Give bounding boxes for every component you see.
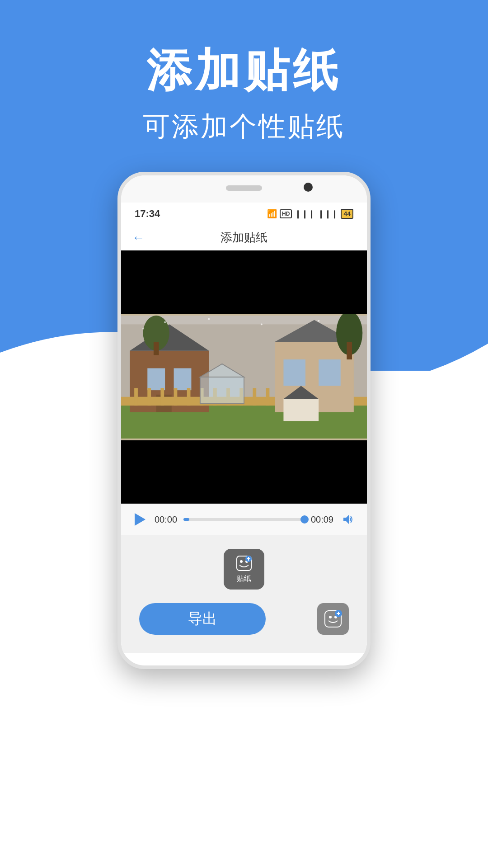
video-frame	[121, 314, 367, 440]
speaker	[226, 185, 262, 191]
svg-point-45	[329, 616, 332, 618]
sticker-button[interactable]: 贴纸	[224, 549, 264, 590]
bottom-actions: 导出	[135, 603, 353, 635]
wifi-icon: 📶	[267, 209, 277, 219]
phone-mockup: 17:34 📶 HD ❙❙❙ ❙❙❙ 44 ← 添加贴纸	[117, 172, 371, 669]
video-area	[121, 250, 367, 504]
add-sticker-small-icon	[324, 610, 342, 628]
play-button[interactable]	[132, 511, 148, 528]
svg-point-32	[164, 321, 166, 323]
volume-icon	[342, 513, 354, 526]
phone-bottom-toolbar: 贴纸 导出	[121, 535, 367, 653]
svg-point-36	[142, 328, 144, 330]
svg-rect-5	[147, 368, 165, 391]
svg-rect-26	[283, 399, 319, 421]
svg-rect-25	[319, 359, 341, 386]
controls-bar: 00:00 00:09	[121, 504, 367, 535]
svg-point-39	[240, 560, 243, 563]
back-button[interactable]: ←	[132, 231, 145, 245]
volume-button[interactable]	[340, 511, 356, 528]
svg-point-34	[261, 323, 263, 325]
current-time: 00:00	[155, 514, 177, 525]
play-icon	[135, 513, 145, 526]
svg-rect-11	[160, 388, 164, 406]
svg-marker-37	[343, 515, 349, 524]
signal-icon-2: ❙❙❙	[318, 209, 338, 219]
add-sticker-small-button[interactable]	[317, 603, 349, 635]
front-camera	[304, 183, 313, 192]
battery-indicator: 44	[341, 209, 353, 219]
nav-title: 添加贴纸	[221, 230, 267, 245]
hero-title: 添加贴纸	[0, 41, 488, 102]
svg-rect-19	[266, 388, 270, 406]
progress-fill	[183, 518, 189, 521]
hero-subtitle: 可添加个性贴纸	[0, 108, 488, 145]
top-nav: ← 添加贴纸	[121, 225, 367, 250]
svg-rect-12	[174, 388, 178, 406]
svg-rect-10	[147, 388, 151, 406]
svg-point-33	[208, 318, 210, 320]
status-bar: 17:34 📶 HD ❙❙❙ ❙❙❙ 44	[121, 203, 367, 225]
svg-point-35	[318, 320, 319, 322]
house-scene-svg	[121, 314, 367, 440]
progress-track[interactable]	[183, 518, 305, 521]
svg-rect-31	[347, 342, 352, 359]
svg-rect-6	[174, 368, 192, 391]
export-button[interactable]: 导出	[139, 603, 266, 635]
phone-notch	[121, 175, 367, 203]
signal-icon-1: ❙❙❙	[295, 209, 315, 219]
sticker-add-icon	[236, 555, 252, 571]
sticker-label: 贴纸	[237, 574, 251, 584]
svg-rect-24	[283, 359, 305, 386]
progress-thumb[interactable]	[300, 515, 309, 524]
export-label: 导出	[188, 609, 217, 629]
hd-badge: HD	[280, 209, 292, 218]
svg-rect-9	[134, 388, 138, 406]
status-icons: 📶 HD ❙❙❙ ❙❙❙ 44	[267, 209, 353, 219]
svg-rect-13	[187, 388, 191, 406]
status-time: 17:34	[135, 208, 160, 220]
sticker-btn-wrapper: 贴纸	[224, 549, 264, 590]
svg-rect-20	[200, 377, 244, 403]
end-time: 00:09	[311, 514, 333, 525]
svg-rect-29	[154, 342, 159, 355]
svg-rect-18	[253, 388, 256, 406]
